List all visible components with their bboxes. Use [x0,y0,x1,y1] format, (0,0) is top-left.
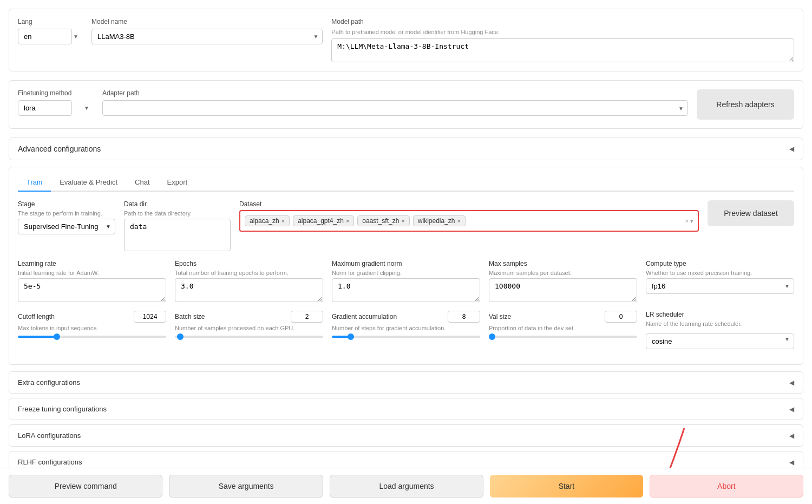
cutoff-length-field: Cutoff length Max tokens in input sequen… [18,311,166,338]
adapter-path-select[interactable] [102,100,688,116]
lang-dropdown-icon: ▼ [73,34,78,40]
max-grad-norm-input[interactable] [332,278,480,302]
data-dir-label: Data dir [124,200,231,208]
dataset-tag-oaast-sft-zh-remove[interactable]: × [401,218,404,224]
abort-button[interactable]: Abort [650,475,803,498]
lang-select[interactable]: en zh [18,29,72,44]
compute-type-select[interactable]: fp16 bf16 fp32 pure_bf16 [646,278,794,294]
lr-scheduler-sublabel: Name of the learning rate scheduler. [646,320,794,327]
val-size-slider[interactable] [489,336,637,338]
sliders-row: Cutoff length Max tokens in input sequen… [18,311,794,349]
model-path-field: Model path Path to pretrained model or m… [331,18,794,62]
finetuning-select[interactable]: lora full freeze [18,100,72,116]
lr-scheduler-select[interactable]: cosine linear constant polynomial [646,333,794,349]
lora-config-section[interactable]: LoRA configurations ◀ [9,424,803,447]
learning-rate-input[interactable] [18,278,166,302]
rlhf-config-title: RLHF configurations [18,458,82,466]
epochs-field: Epochs Total number of training epochs t… [175,260,323,302]
freeze-config-header[interactable]: Freeze tuning configurations ◀ [9,398,803,420]
gradient-accum-slider[interactable] [332,336,480,338]
dataset-label: Dataset [239,200,699,208]
batch-size-field: Batch size Number of samples processed o… [175,311,323,338]
data-dir-input[interactable] [124,219,231,251]
adapter-path-field: Adapter path ▼ [102,89,688,116]
refresh-adapters-button[interactable]: Refresh adapters [697,89,794,120]
max-grad-norm-field: Maximum gradient norm Norm for gradient … [332,260,480,302]
stage-field: Stage The stage to perform in training. … [18,200,115,234]
preview-command-button[interactable]: Preview command [9,475,162,498]
model-name-select[interactable]: LLaMA3-8B LLaMA2-7B Mistral-7B [91,29,323,44]
cutoff-length-value[interactable] [134,311,166,323]
lora-config-header[interactable]: LoRA configurations ◀ [9,425,803,446]
val-size-value[interactable] [605,311,637,323]
dataset-tag-alpaca-zh-remove[interactable]: × [281,218,285,224]
load-arguments-button[interactable]: Load arguments [330,475,483,498]
cutoff-length-label: Cutoff length [18,313,55,320]
lora-config-title: LoRA configurations [18,431,81,440]
learning-rate-sublabel: Initial learning rate for AdamW. [18,270,166,276]
max-grad-norm-label: Maximum gradient norm [332,260,480,267]
finetuning-select-wrapper: lora full freeze ▼ [18,100,94,116]
epochs-sublabel: Total number of training epochs to perfo… [175,270,323,276]
model-name-select-wrapper: LLaMA3-8B LLaMA2-7B Mistral-7B ▼ [91,29,323,44]
lr-scheduler-field: LR scheduler Name of the learning rate s… [646,311,794,349]
model-path-sublabel: Path to pretrained model or model identi… [331,29,794,35]
batch-size-slider[interactable] [175,336,323,338]
val-size-label: Val size [489,313,511,320]
dataset-tag-wikipedia-zh-remove[interactable]: × [457,218,461,224]
compute-type-field: Compute type Whether to use mixed precis… [646,260,794,294]
dataset-tag-oaast-sft-zh-label: oaast_sft_zh [362,217,399,225]
max-samples-label: Max samples [489,260,637,267]
extra-config-arrow-icon: ◀ [789,379,794,387]
dataset-tag-oaast-sft-zh: oaast_sft_zh × [357,215,409,226]
advanced-config-section[interactable]: Advanced configurations ◀ [9,138,803,160]
params-row-1: Learning rate Initial learning rate for … [18,260,794,302]
dataset-box[interactable]: alpaca_zh × alpaca_gpt4_zh × oaast_sft_z… [239,210,699,232]
dataset-tag-wikipedia-zh-label: wikipedia_zh [418,217,455,225]
stage-dataset-row: Stage The stage to perform in training. … [18,200,794,251]
lang-label: Lang [18,18,83,25]
stage-select[interactable]: Supervised Fine-Tuning Reward Modeling P… [18,219,115,234]
stage-sublabel: The stage to perform in training. [18,210,115,217]
tab-evaluate[interactable]: Evaluate & Predict [51,174,126,192]
freeze-config-arrow-icon: ◀ [789,405,794,413]
dataset-box-expand[interactable]: × ▾ [685,218,693,225]
max-samples-input[interactable] [489,278,637,302]
freeze-config-section[interactable]: Freeze tuning configurations ◀ [9,398,803,420]
adapter-path-label: Adapter path [102,89,688,97]
finetuning-label: Finetuning method [18,89,94,97]
tab-export[interactable]: Export [159,174,197,192]
epochs-label: Epochs [175,260,323,267]
stage-label: Stage [18,200,115,208]
batch-size-value[interactable] [291,311,323,323]
model-name-label: Model name [91,18,323,25]
advanced-config-collapse-icon: ◀ [789,145,794,153]
model-path-input[interactable] [331,38,794,62]
extra-config-header[interactable]: Extra configurations ◀ [9,372,803,393]
max-samples-sublabel: Maximum samples per dataset. [489,270,637,276]
start-button[interactable]: Start [490,475,643,498]
tab-chat[interactable]: Chat [126,174,158,192]
max-samples-field: Max samples Maximum samples per dataset. [489,260,637,302]
rlhf-config-arrow-icon: ◀ [789,459,794,466]
lang-field: Lang en zh ▼ [18,18,83,62]
lr-scheduler-label: LR scheduler [646,311,794,318]
dataset-tag-alpaca-gpt4-zh-remove[interactable]: × [346,218,349,224]
dataset-field: Dataset alpaca_zh × alpaca_gpt4_zh × oaa… [239,200,699,232]
tabs-bar: Train Evaluate & Predict Chat Export [18,174,794,192]
epochs-input[interactable] [175,278,323,302]
val-size-field: Val size Proportion of data in the dev s… [489,311,637,338]
bottom-bar: Preview command Save arguments Load argu… [0,468,812,504]
gradient-accum-label: Gradient accumulation [332,313,397,320]
data-dir-field: Data dir Path to the data directory. [124,200,231,251]
cutoff-length-slider[interactable] [18,336,166,338]
learning-rate-label: Learning rate [18,260,166,267]
preview-dataset-button[interactable]: Preview dataset [708,200,794,226]
finetuning-dropdown-icon: ▼ [84,105,89,111]
model-path-label: Model path [331,18,794,25]
gradient-accum-value[interactable] [448,311,480,323]
compute-type-label: Compute type [646,260,794,267]
save-arguments-button[interactable]: Save arguments [169,475,323,498]
tab-train[interactable]: Train [18,174,51,192]
extra-config-section[interactable]: Extra configurations ◀ [9,371,803,394]
